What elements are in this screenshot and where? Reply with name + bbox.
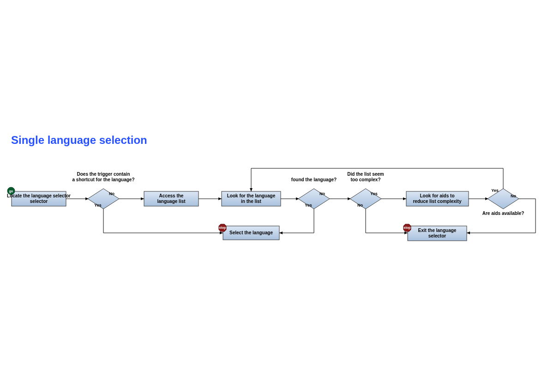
svg-text:Access the: Access the [159,193,184,198]
process-select: Select the language stop [219,224,279,240]
decision-trigger: Does the trigger contain a shortcut for … [72,172,134,209]
svg-text:No: No [357,203,363,208]
process-aids: Look for aids to reduce list complexity [406,191,469,206]
edge [366,209,408,233]
decision-found: found the language? No Yes [291,177,337,209]
svg-text:Did the list seem: Did the list seem [347,172,384,177]
svg-text:in the list: in the list [241,199,262,204]
svg-text:Yes: Yes [491,188,499,193]
decision-complex: Did the list seem too complex? Yes No [347,172,384,209]
svg-text:Locate the language selector: Locate the language selector [7,193,71,198]
svg-text:language list: language list [157,199,186,204]
decision-aids: Are aids available? Yes No [482,188,524,216]
svg-text:Does the trigger contain: Does the trigger contain [77,172,130,177]
svg-text:Select the language: Select the language [229,230,273,235]
process-exit: Exit the language selector stop [403,224,467,241]
svg-text:stop: stop [219,226,226,230]
svg-text:Exit the language: Exit the language [418,228,457,233]
svg-text:reduce list complexity: reduce list complexity [413,199,461,204]
svg-text:No: No [319,191,325,196]
process-look: Look for the language in the list [222,191,281,206]
svg-text:selector: selector [30,199,48,204]
svg-text:a shortcut for the language?: a shortcut for the language? [72,177,134,182]
process-access: Access the language list [144,191,199,206]
edge [103,209,223,233]
svg-text:Yes: Yes [94,203,102,208]
svg-text:Are aids available?: Are aids available? [482,211,524,216]
svg-text:No: No [109,191,114,196]
svg-text:Look for the language: Look for the language [227,193,276,198]
svg-text:selector: selector [428,233,446,238]
flowchart-canvas: Locate the language selector selector go… [0,0,554,392]
svg-text:go: go [9,190,13,193]
svg-text:found the language?: found the language? [291,177,337,182]
svg-text:too complex?: too complex? [350,177,380,182]
svg-text:Look for aids to: Look for aids to [420,193,455,198]
process-locate: Locate the language selector selector go [7,187,71,206]
svg-text:Yes: Yes [305,203,312,208]
svg-text:stop: stop [404,226,411,230]
svg-text:No: No [511,194,516,198]
svg-text:Yes: Yes [370,191,378,196]
edge [279,209,314,233]
